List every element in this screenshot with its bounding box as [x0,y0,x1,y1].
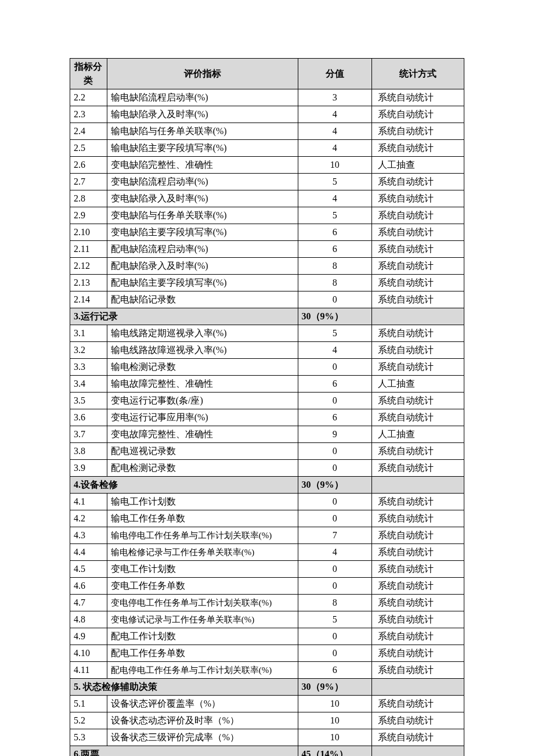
row-indicator: 输电停电工作任务单与工作计划关联率(%) [107,527,298,544]
row-method: 系统自动统计 [371,544,464,561]
table-row: 4.9配电工作计划数0系统自动统计 [70,628,464,645]
evaluation-table: 指标分类 评价指标 分值 统计方式 2.2输电缺陷流程启动率(%)3系统自动统计… [70,58,464,756]
row-indicator: 配电工作计划数 [107,628,298,645]
row-score: 4 [298,123,371,140]
row-method: 系统自动统计 [371,578,464,595]
row-indicator: 输电线路故障巡视录入率(%) [107,342,298,359]
row-indicator: 输电工作计划数 [107,494,298,510]
row-method: 系统自动统计 [371,190,464,207]
row-method: 系统自动统计 [371,342,464,359]
table-row: 2.2输电缺陷流程启动率(%)3系统自动统计 [70,89,464,106]
header-category: 指标分类 [70,59,107,89]
row-indicator: 输电故障完整性、准确性 [107,376,298,393]
table-row: 2.9变电缺陷与任务单关联率(%)5系统自动统计 [70,207,464,224]
section-title: 3.运行记录 [70,308,298,325]
section-score: 30（9%） [298,679,371,696]
row-indicator: 配电巡视记录数 [107,443,298,460]
row-method: 系统自动统计 [371,595,464,611]
row-method: 系统自动统计 [371,123,464,140]
row-score: 6 [298,224,371,241]
table-header-row: 指标分类 评价指标 分值 统计方式 [70,59,464,89]
row-indicator: 变电修试记录与工作任务单关联率(%) [107,611,298,628]
row-score: 4 [298,342,371,359]
header-method: 统计方式 [371,59,464,89]
row-score: 10 [298,712,371,729]
table-row: 3.9配电检测记录数0系统自动统计 [70,460,464,477]
row-index: 3.1 [70,325,107,342]
row-index: 2.6 [70,157,107,174]
row-score: 0 [298,561,371,578]
row-indicator: 输电缺陷主要字段填写率(%) [107,140,298,157]
row-indicator: 变电缺陷流程启动率(%) [107,174,298,190]
row-score: 4 [298,106,371,123]
row-method: 系统自动统计 [371,409,464,426]
table-row: 4.10配电工作任务单数0系统自动统计 [70,645,464,662]
row-score: 0 [298,645,371,662]
table-row: 3.4输电故障完整性、准确性6人工抽查 [70,376,464,393]
row-indicator: 输电缺陷录入及时率(%) [107,106,298,123]
row-method: 系统自动统计 [371,494,464,510]
table-row: 5.2设备状态动态评价及时率（%）10系统自动统计 [70,712,464,729]
header-score: 分值 [298,59,371,89]
row-index: 3.9 [70,460,107,477]
row-indicator: 设备状态评价覆盖率（%） [107,696,298,712]
row-method: 系统自动统计 [371,106,464,123]
row-indicator: 变电运行记事数(条/座) [107,393,298,409]
table-row: 2.8变电缺陷录入及时率(%)4系统自动统计 [70,190,464,207]
row-method: 系统自动统计 [371,258,464,275]
section-title: 5. 状态检修辅助决策 [70,679,298,696]
row-method: 系统自动统计 [371,460,464,477]
row-score: 5 [298,174,371,190]
table-row: 2.3输电缺陷录入及时率(%)4系统自动统计 [70,106,464,123]
row-method: 系统自动统计 [371,325,464,342]
row-index: 2.8 [70,190,107,207]
header-indicator: 评价指标 [107,59,298,89]
table-row: 4.8变电修试记录与工作任务单关联率(%)5系统自动统计 [70,611,464,628]
section-method [371,308,464,325]
row-method: 系统自动统计 [371,561,464,578]
row-score: 10 [298,696,371,712]
table-row: 4.5变电工作计划数0系统自动统计 [70,561,464,578]
table-row: 2.13配电缺陷主要字段填写率(%)8系统自动统计 [70,275,464,291]
row-indicator: 输电工作任务单数 [107,510,298,527]
row-indicator: 输电检修记录与工作任务单关联率(%) [107,544,298,561]
row-index: 5.1 [70,696,107,712]
row-method: 系统自动统计 [371,89,464,106]
section-header-row: 4.设备检修30（9%） [70,477,464,494]
section-header-row: 5. 状态检修辅助决策30（9%） [70,679,464,696]
row-method: 系统自动统计 [371,174,464,190]
table-row: 4.2输电工作任务单数0系统自动统计 [70,510,464,527]
row-indicator: 变电工作计划数 [107,561,298,578]
row-index: 2.2 [70,89,107,106]
row-method: 系统自动统计 [371,510,464,527]
row-method: 人工抽查 [371,376,464,393]
row-method: 系统自动统计 [371,241,464,258]
row-index: 4.2 [70,510,107,527]
row-indicator: 配电缺陷流程启动率(%) [107,241,298,258]
row-index: 4.6 [70,578,107,595]
row-index: 2.14 [70,291,107,308]
row-score: 8 [298,595,371,611]
row-index: 3.5 [70,393,107,409]
row-index: 3.7 [70,426,107,443]
row-index: 3.4 [70,376,107,393]
table-row: 3.8配电巡视记录数0系统自动统计 [70,443,464,460]
row-score: 0 [298,578,371,595]
row-method: 系统自动统计 [371,291,464,308]
section-method [371,679,464,696]
table-row: 4.4输电检修记录与工作任务单关联率(%)4系统自动统计 [70,544,464,561]
row-indicator: 变电停电工作任务单与工作计划关联率(%) [107,595,298,611]
row-index: 4.5 [70,561,107,578]
row-score: 6 [298,409,371,426]
row-index: 4.10 [70,645,107,662]
row-method: 系统自动统计 [371,140,464,157]
row-index: 4.8 [70,611,107,628]
row-index: 2.12 [70,258,107,275]
row-score: 4 [298,544,371,561]
table-row: 3.1输电线路定期巡视录入率(%)5系统自动统计 [70,325,464,342]
row-score: 0 [298,359,371,376]
row-method: 人工抽查 [371,426,464,443]
row-method: 系统自动统计 [371,662,464,679]
row-score: 8 [298,275,371,291]
row-index: 5.3 [70,729,107,746]
